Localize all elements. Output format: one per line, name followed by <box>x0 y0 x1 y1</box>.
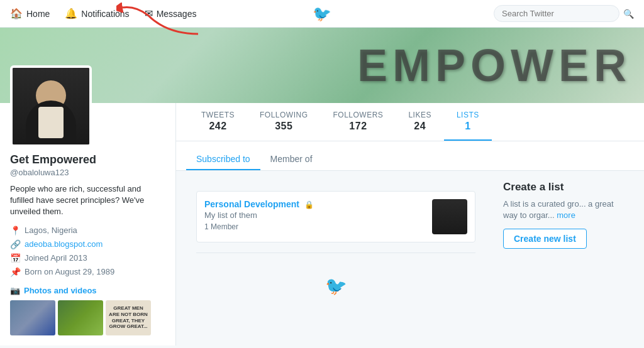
display-name: Get Empowered <box>10 153 165 166</box>
create-list-panel: Create a list A list is a curated gro...… <box>496 181 634 319</box>
joined-text: Joined April 2013 <box>25 253 87 263</box>
stat-likes[interactable]: LIKES 24 <box>396 103 444 141</box>
stat-lists[interactable]: LISTS 1 <box>444 103 492 141</box>
website-link[interactable]: adeoba.blogspot.com <box>25 239 103 249</box>
person-body <box>26 101 76 144</box>
twitter-watermark: 🐦 <box>196 263 475 309</box>
tweets-label: TWEETS <box>201 111 235 119</box>
banner-letters: EMPOWER <box>357 40 631 91</box>
stat-followers[interactable]: FOLLOWERS 172 <box>321 103 396 141</box>
create-list-desc: A list is a curated gro... a great way t… <box>503 198 626 221</box>
search-icon[interactable]: 🔍 <box>623 9 634 19</box>
photos-label[interactable]: 📷 Photos and videos <box>10 286 165 295</box>
username: @obaloluwa123 <box>10 168 165 177</box>
create-new-list-button[interactable]: Create new list <box>503 229 587 249</box>
bio: People who are rich, successful and fufi… <box>10 183 165 218</box>
search-input[interactable] <box>494 5 619 22</box>
list-members: 1 Member <box>204 222 426 231</box>
lists-tabs: Subscribed to Member of <box>176 141 644 171</box>
photos-section: 📷 Photos and videos GREAT MEN ARE NOT BO… <box>10 286 165 335</box>
link-icon: 🔗 <box>10 239 21 249</box>
camera-icon: 📷 <box>10 286 20 295</box>
nav-messages-label: Messages <box>157 9 197 19</box>
notifications-icon: 🔔 <box>65 8 77 19</box>
meta-born: 📌 Born on August 29, 1989 <box>10 267 165 277</box>
location-icon: 📍 <box>10 226 21 236</box>
banner-text: EMPOWER <box>357 28 644 103</box>
tab-member[interactable]: Member of <box>260 149 323 170</box>
nav-bar: 🏠 Home 🔔 Notifications ✉ Messages 🐦 🔍 <box>0 0 644 28</box>
list-thumbnail <box>432 199 467 234</box>
calendar-icon: 📅 <box>10 253 21 263</box>
following-value: 355 <box>275 121 292 132</box>
nav-search: 🔍 <box>494 5 634 22</box>
messages-icon: ✉ <box>145 8 153 19</box>
person-shirt <box>38 107 64 138</box>
photo-thumb-1[interactable] <box>10 300 55 335</box>
separator <box>196 253 475 253</box>
following-label: FOLLOWING <box>260 111 308 119</box>
lists-main: Personal Development 🔒 My list of them 1… <box>186 181 486 319</box>
stat-tweets[interactable]: TWEETS 242 <box>189 103 247 141</box>
nav-home[interactable]: 🏠 Home <box>10 8 50 19</box>
lock-icon: 🔒 <box>304 200 314 209</box>
likes-label: LIKES <box>408 111 431 119</box>
photo-thumb-2[interactable] <box>58 300 103 335</box>
birthday-icon: 📌 <box>10 267 21 277</box>
create-list-title: Create a list <box>503 181 626 193</box>
nav-notifications-label: Notifications <box>81 9 129 19</box>
list-desc: My list of them <box>204 210 426 220</box>
home-icon: 🏠 <box>10 8 23 19</box>
list-item: Personal Development 🔒 My list of them 1… <box>196 191 475 242</box>
twitter-logo: 🐦 <box>313 5 331 23</box>
nav-messages[interactable]: ✉ Messages <box>145 8 197 19</box>
meta-website: 🔗 adeoba.blogspot.com <box>10 239 165 249</box>
stat-following[interactable]: FOLLOWING 355 <box>247 103 321 141</box>
location-text: Lagos, Nigeria <box>25 226 77 235</box>
content-area: TWEETS 242 FOLLOWING 355 FOLLOWERS 172 L… <box>176 103 644 345</box>
lists-content: Personal Development 🔒 My list of them 1… <box>176 171 644 329</box>
main-content: Get Empowered @obaloluwa123 People who a… <box>0 103 644 345</box>
nav-left: 🏠 Home 🔔 Notifications ✉ Messages <box>10 8 196 19</box>
photos-grid: GREAT MEN ARE NOT BORN GREAT, THEY GROW … <box>10 300 165 335</box>
avatar-container <box>10 65 165 147</box>
photo-thumb-3[interactable]: GREAT MEN ARE NOT BORN GREAT, THEY GROW … <box>106 300 151 335</box>
followers-label: FOLLOWERS <box>333 111 384 119</box>
tweets-value: 242 <box>209 121 226 132</box>
born-text: Born on August 29, 1989 <box>25 267 114 276</box>
lists-label: LISTS <box>457 111 479 119</box>
meta-joined: 📅 Joined April 2013 <box>10 253 165 263</box>
profile-sidebar: Get Empowered @obaloluwa123 People who a… <box>0 103 176 345</box>
list-name-row: Personal Development 🔒 <box>204 199 426 209</box>
list-name[interactable]: Personal Development <box>204 199 299 209</box>
lists-value: 1 <box>465 121 470 132</box>
nav-notifications[interactable]: 🔔 Notifications <box>65 8 129 19</box>
avatar <box>10 65 92 147</box>
tab-subscribed[interactable]: Subscribed to <box>186 149 260 170</box>
avatar-person <box>13 68 89 144</box>
followers-value: 172 <box>349 121 367 132</box>
create-more-link[interactable]: more <box>557 210 575 220</box>
likes-value: 24 <box>414 121 426 132</box>
stats-bar: TWEETS 242 FOLLOWING 355 FOLLOWERS 172 L… <box>176 103 644 141</box>
list-info: Personal Development 🔒 My list of them 1… <box>204 199 426 231</box>
nav-home-label: Home <box>26 9 50 19</box>
meta-location: 📍 Lagos, Nigeria <box>10 226 165 236</box>
